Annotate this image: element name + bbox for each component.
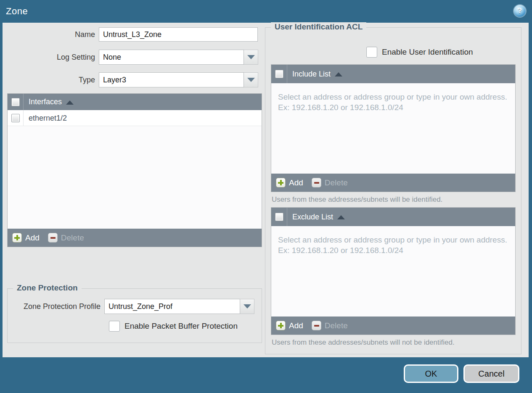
include-add-button[interactable]: Add: [276, 178, 303, 187]
interfaces-select-all-cell: [8, 94, 24, 110]
cancel-button[interactable]: Cancel: [463, 364, 519, 383]
exclude-select-all-cell: [271, 208, 287, 226]
user-id-acl-fieldset: User Identification ACL Enable User Iden…: [265, 27, 521, 354]
include-delete-label: Delete: [325, 178, 348, 187]
type-label: Type: [3, 76, 99, 84]
exclude-list-placeholder: Select an address or address group or ty…: [271, 226, 515, 256]
delete-icon: [312, 178, 321, 187]
include-select-all-cell: [271, 65, 287, 83]
log-setting-combo: [99, 50, 258, 65]
interfaces-table-header: Interfaces: [8, 94, 262, 110]
packet-buffer-checkbox[interactable]: [109, 321, 120, 332]
delete-icon: [48, 233, 58, 243]
user-id-acl-legend: User Identification ACL: [271, 22, 366, 32]
chevron-down-icon: [247, 55, 255, 59]
interfaces-column-header[interactable]: Interfaces: [24, 94, 74, 110]
interface-row-checkbox[interactable]: [11, 114, 20, 122]
include-list-body[interactable]: Select an address or address group or ty…: [271, 83, 515, 174]
exclude-list-header: Exclude List: [271, 208, 515, 226]
include-delete-button[interactable]: Delete: [312, 178, 348, 187]
chevron-down-icon: [247, 78, 255, 82]
enable-user-id-label: Enable User Identification: [382, 47, 473, 57]
help-glyph: ?: [518, 7, 522, 15]
include-list-caption: Users from these addresses/subnets will …: [272, 195, 442, 204]
interfaces-delete-button[interactable]: Delete: [48, 233, 84, 243]
exclude-column-header[interactable]: Exclude List: [287, 208, 345, 226]
interfaces-table-body: [8, 126, 262, 229]
sort-ascending-icon: [66, 100, 74, 105]
exclude-add-label: Add: [289, 321, 303, 330]
include-list-header: Include List: [271, 65, 515, 83]
log-setting-input[interactable]: [99, 50, 244, 65]
interfaces-table-footer: Add Delete: [8, 229, 262, 247]
interfaces-delete-label: Delete: [61, 233, 84, 243]
packet-buffer-label: Enable Packet Buffer Protection: [124, 322, 238, 331]
log-setting-label: Log Setting: [3, 53, 99, 62]
enable-user-id-checkbox[interactable]: [366, 47, 377, 58]
interface-row[interactable]: ethernet1/2: [8, 110, 262, 126]
zone-protection-legend: Zone Protection: [13, 283, 82, 293]
exclude-select-all-checkbox[interactable]: [275, 213, 283, 221]
exclude-header-label: Exclude List: [292, 213, 333, 222]
exclude-add-button[interactable]: Add: [276, 321, 303, 330]
interfaces-add-button[interactable]: Add: [12, 233, 40, 243]
chevron-down-icon: [244, 304, 251, 309]
help-icon[interactable]: ?: [514, 5, 526, 17]
zone-protection-profile-combo: [104, 299, 254, 314]
interfaces-add-label: Add: [25, 233, 40, 243]
exclude-list-body[interactable]: Select an address or address group or ty…: [271, 226, 515, 317]
zone-protection-profile-row: Zone Protection Profile: [8, 299, 254, 314]
packet-buffer-row: Enable Packet Buffer Protection: [109, 321, 238, 332]
enable-user-id-row: Enable User Identification: [366, 47, 473, 58]
exclude-list-table: Exclude List Select an address or addres…: [271, 207, 516, 335]
ok-button[interactable]: OK: [404, 364, 458, 383]
name-input[interactable]: [99, 27, 258, 42]
interface-row-checkbox-cell: [8, 110, 24, 126]
type-combo: [99, 72, 258, 87]
add-icon: [12, 233, 22, 243]
add-icon: [276, 178, 286, 187]
exclude-list-footer: Add Delete: [271, 317, 515, 335]
interfaces-select-all-checkbox[interactable]: [11, 98, 20, 106]
zone-protection-profile-dropdown-button[interactable]: [240, 299, 254, 314]
interfaces-header-label: Interfaces: [29, 98, 62, 106]
dialog-titlebar: Zone ?: [0, 0, 532, 23]
type-dropdown-button[interactable]: [244, 72, 258, 87]
add-icon: [276, 321, 286, 330]
name-label: Name: [3, 30, 99, 39]
exclude-delete-button[interactable]: Delete: [312, 321, 348, 330]
zone-dialog-panel: Name Log Setting Type Interfaces: [3, 23, 529, 357]
include-list-table: Include List Select an address or addres…: [271, 64, 516, 192]
log-setting-row: Log Setting: [3, 50, 258, 65]
zone-protection-profile-input[interactable]: [104, 299, 240, 314]
include-header-label: Include List: [292, 70, 331, 79]
zone-protection-profile-label: Zone Protection Profile: [8, 302, 104, 311]
sort-ascending-icon: [337, 215, 345, 219]
log-setting-dropdown-button[interactable]: [244, 50, 258, 65]
delete-icon: [312, 321, 321, 330]
include-list-footer: Add Delete: [271, 174, 515, 192]
interface-name: ethernet1/2: [24, 110, 67, 126]
type-row: Type: [3, 72, 258, 87]
include-add-label: Add: [289, 178, 303, 187]
include-column-header[interactable]: Include List: [287, 65, 342, 83]
type-input[interactable]: [99, 72, 244, 87]
dialog-title: Zone: [6, 0, 28, 23]
include-list-placeholder: Select an address or address group or ty…: [271, 83, 515, 113]
exclude-list-caption: Users from these addresses/subnets will …: [272, 338, 455, 347]
sort-ascending-icon: [335, 72, 342, 76]
name-row: Name: [3, 27, 258, 42]
interfaces-table: Interfaces ethernet1/2 Add Delete: [7, 93, 262, 247]
exclude-delete-label: Delete: [325, 321, 348, 330]
zone-protection-fieldset: Zone Protection Zone Protection Profile …: [7, 288, 262, 343]
include-select-all-checkbox[interactable]: [275, 70, 283, 78]
